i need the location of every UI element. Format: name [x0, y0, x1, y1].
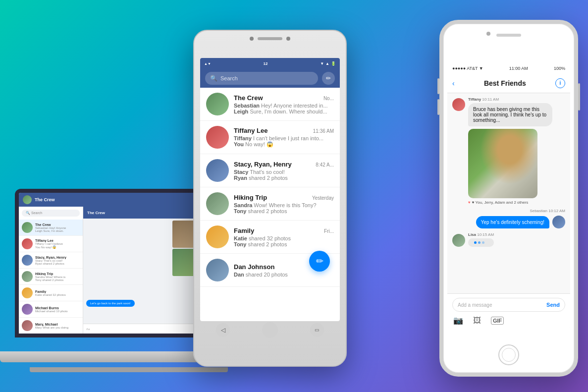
android-search-bar[interactable]: 🔍 Search: [205, 72, 318, 85]
iphone-time: 11:00 AM: [509, 66, 528, 71]
laptop-item-name: Michael Burns: [35, 306, 80, 310]
iphone-info-button[interactable]: i: [555, 78, 565, 88]
laptop-item-name: Stacy, Ryan, Henry: [35, 256, 80, 259]
laptop-list-item[interactable]: Tiffany Lee Tiffany I can't believe You …: [19, 236, 83, 252]
laptop-foot: [30, 367, 228, 372]
android-back-button[interactable]: ◁: [216, 323, 230, 337]
iphone-sender-name: Tiffany: [468, 97, 481, 102]
laptop-list-item[interactable]: Stacy, Ryan, Henry Stacy That's so cool!…: [19, 252, 83, 269]
android-back-icon: ◁: [221, 327, 225, 334]
android-chat-info: Hiking Trip Yesterday Sandra Wow! Where …: [234, 194, 334, 214]
iphone-chat-header: ‹ Best Friends i: [447, 73, 570, 93]
laptop-avatar: [22, 287, 33, 298]
iphone-likes-text: ♥ You, Jerry, Adam and 2 others: [472, 200, 529, 205]
laptop-list-item[interactable]: Mary, Michael Mary What are you doing: [19, 318, 83, 334]
android-chat-item-tiffany[interactable]: Tiffany Lee 11:36 AM Tiffany I can't bel…: [200, 121, 340, 154]
iphone-lisa-name: Lisa: [468, 232, 476, 237]
iphone-camera-button[interactable]: 📷: [453, 316, 463, 325]
android-screen: ▲▼ 12 ▼ ▲ 🔋 🔍 Search ✏: [200, 58, 340, 321]
laptop-list-item[interactable]: Family Katie shared 32 photos: [19, 285, 83, 301]
android-chat-item-crew[interactable]: The Crew No... Sebastian Hey! Anyone int…: [200, 88, 340, 121]
android-avatar-hiking: [206, 192, 229, 215]
android-chat-time: 8:42 A...: [316, 162, 334, 168]
laptop-avatar: [22, 304, 33, 315]
laptop-item-preview2: Leigh Sure, I'm down.: [35, 229, 80, 232]
android-chat-item-hiking[interactable]: Hiking Trip Yesterday Sandra Wow! Where …: [200, 187, 340, 221]
android-chat-preview: Tiffany I can't believe I just ran into.…: [234, 135, 334, 141]
laptop-list-item[interactable]: The Crew Sebastian Hey! Anyone Leigh Sur…: [19, 220, 83, 236]
android-chat-info: The Crew No... Sebastian Hey! Anyone int…: [234, 94, 334, 114]
iphone-screen: ●●●●● AT&T ▼ 11:00 AM 100% ‹ Best Friend…: [447, 63, 570, 328]
iphone-gif-button[interactable]: GIF: [491, 317, 504, 325]
android-chat-preview: Katie shared 32 photos: [234, 235, 334, 241]
iphone-home-button[interactable]: [498, 344, 519, 365]
iphone-battery: 100%: [554, 66, 565, 71]
laptop-item-preview2: Tony shared 2 photos: [35, 279, 80, 281]
iphone-volume-down-button[interactable]: [437, 99, 439, 115]
laptop-avatar: [22, 255, 33, 266]
android-avatar-tiffany: [206, 126, 229, 149]
laptop-list-item[interactable]: Hiking Trip Sandra Wow! Where is Tony sh…: [19, 269, 83, 285]
android-camera-area: [250, 37, 290, 41]
laptop-item-name: The Crew: [35, 223, 80, 226]
laptop-avatar: [22, 222, 33, 233]
android-compose-button[interactable]: ✏: [322, 72, 335, 85]
iphone-sender-name: Sebastian: [530, 209, 547, 213]
android-chat-info: Tiffany Lee 11:36 AM Tiffany I can't bel…: [234, 127, 334, 148]
laptop-avatar: [22, 238, 33, 249]
android-chat-preview2: Tony shared 2 photos: [234, 241, 334, 247]
iphone-camera: [486, 32, 490, 36]
android-compose-fab[interactable]: ✏: [309, 251, 330, 272]
laptop-item-preview2: Ryan shared 2 photos: [35, 262, 80, 265]
laptop-header-avatar: [23, 195, 32, 204]
android-speaker: [258, 37, 282, 40]
android-chat-item-family[interactable]: Family Fri... Katie shared 32 photos Ton…: [200, 221, 340, 254]
android-chat-preview2: Leigh Sure, I'm down. Where should...: [234, 109, 334, 114]
android-chat-time: Fri...: [324, 228, 334, 234]
laptop-message-bubble: Let's go back to the park soon!: [86, 300, 135, 307]
iphone-likes-row: ♥ ♥ You, Jerry, Adam and 2 others: [468, 200, 565, 205]
laptop-search-bar[interactable]: 🔍 Search: [22, 210, 80, 217]
android-chat-info: Stacy, Ryan, Henry 8:42 A... Stacy That'…: [234, 161, 334, 181]
iphone-sent-meta: Sebastian 10:12 AM: [452, 209, 565, 213]
iphone-sent-bubble: Yep he's definitely scheming!: [476, 216, 549, 228]
android-signal-icon: ▲: [325, 61, 329, 66]
android-recents-button[interactable]: ▭: [310, 323, 324, 337]
iphone-avatar-sebastian: [552, 216, 565, 228]
iphone-back-icon: ‹: [452, 79, 455, 87]
iphone-volume-up-button[interactable]: [437, 78, 439, 94]
android-chat-info: Family Fri... Katie shared 32 photos Ton…: [234, 227, 334, 247]
iphone-message-bubble: Bruce has been giving me this look all m…: [468, 103, 552, 126]
laptop-avatar: [22, 320, 33, 331]
laptop-list-item[interactable]: Michael Burns Michael shared 10 photo: [19, 301, 83, 318]
iphone-send-button[interactable]: Send: [546, 302, 560, 308]
iphone-back-button[interactable]: ‹: [452, 79, 455, 87]
iphone-photo-dog: [468, 129, 537, 198]
android-chat-item-stacy[interactable]: Stacy, Ryan, Henry 8:42 A... Stacy That'…: [200, 154, 340, 187]
iphone-home-inner-ring: [502, 348, 516, 362]
android-chat-time: No...: [323, 96, 334, 101]
android-chat-preview2: Ryan shared 2 photos: [234, 175, 334, 181]
android-fab-icon: ✏: [316, 256, 323, 267]
iphone-input-row: Add a message Send: [447, 294, 570, 316]
iphone-power-button[interactable]: [578, 83, 580, 111]
laptop-input-placeholder: Aa: [86, 328, 90, 331]
iphone-body: ●●●●● AT&T ▼ 11:00 AM 100% ‹ Best Friend…: [439, 20, 578, 377]
android-phone: ▲▼ 12 ▼ ▲ 🔋 🔍 Search ✏: [193, 30, 347, 367]
iphone-lisa-meta: Lisa 10:15 AM: [468, 232, 494, 237]
iphone-avatar-tiffany: [452, 98, 465, 111]
android-home-button[interactable]: [262, 322, 278, 338]
iphone-avatar-lisa: [452, 234, 465, 247]
android-chat-preview: Sandra Wow! Where is this Tony?: [234, 202, 334, 208]
laptop-item-preview: Mary What are you doing: [35, 326, 80, 329]
laptop-item-name: Family: [35, 290, 80, 293]
android-chat-preview2: Tony shared 2 photos: [234, 208, 334, 214]
android-chat-name: Family: [234, 227, 254, 234]
iphone-dog-image: [468, 129, 537, 198]
laptop-sidebar: 🔍 Search The Crew Sebastian Hey! Anyone …: [19, 207, 83, 334]
iphone-message-meta: Tiffany 10:11 AM: [468, 97, 565, 102]
android-app-header: 🔍 Search ✏: [200, 69, 340, 88]
iphone-photo-button[interactable]: 🖼: [473, 316, 481, 325]
iphone-message-input[interactable]: Add a message Send: [452, 298, 565, 312]
android-avatar-stacy: [206, 159, 229, 182]
